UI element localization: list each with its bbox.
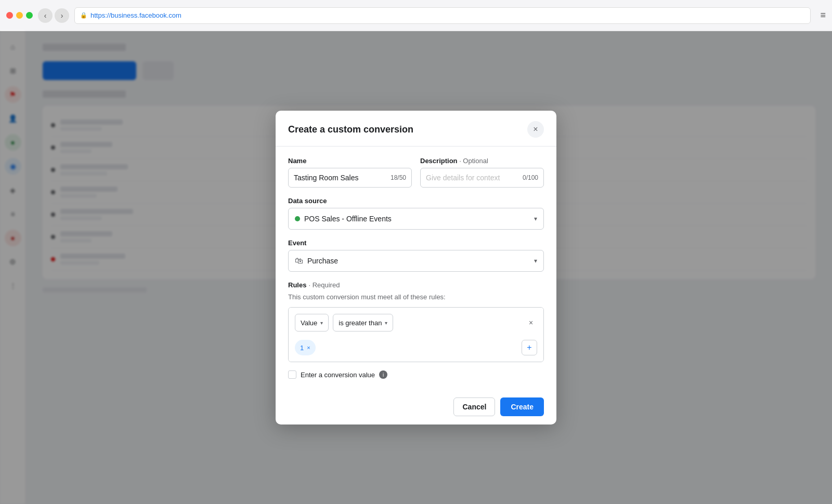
rule-add-value-button[interactable]: + [522,340,537,355]
browser-chrome: ‹ › 🔒 https://business.facebook.com ≡ [0,0,832,31]
rule-operator-chevron-down-icon: ▾ [385,320,387,326]
address-bar[interactable]: 🔒 https://business.facebook.com [74,7,811,24]
rule-value-tag: 1 × [295,340,316,355]
rule-remove-button[interactable]: × [525,316,537,329]
event-label: Event [288,239,544,247]
rules-value-row: 1 × + [289,336,543,362]
description-group: Description · Optional Give details for … [420,157,544,188]
rule-value-text: 1 [300,344,304,352]
modal-footer: Cancel Create [276,389,556,425]
rules-top-row: Value ▾ is greater than ▾ × [289,308,543,336]
name-value: Tasting Room Sales [294,174,359,182]
forward-button[interactable]: › [55,8,69,23]
shopping-bag-icon: 🛍 [295,256,303,266]
nav-buttons: ‹ › [38,8,69,23]
conversion-value-checkbox[interactable] [288,370,296,379]
modal-overlay: Create a custom conversion × Name Tastin… [0,31,832,504]
name-input-wrapper[interactable]: Tasting Room Sales 18/50 [288,168,412,188]
description-label: Description · Optional [420,157,544,165]
rule-field-dropdown[interactable]: Value ▾ [295,314,329,331]
event-dropdown[interactable]: 🛍 Purchase ▾ [288,250,544,272]
modal-title: Create a custom conversion [288,124,413,135]
data-source-label: Data source [288,197,544,205]
conversion-value-row: Enter a conversion value i [288,370,544,379]
create-custom-conversion-modal: Create a custom conversion × Name Tastin… [276,111,556,425]
rules-box: Value ▾ is greater than ▾ × 1 × [288,307,544,362]
cancel-button[interactable]: Cancel [453,397,495,416]
modal-body: Name Tasting Room Sales 18/50 Descriptio… [276,147,556,389]
data-source-value: POS Sales - Offline Events [304,215,392,223]
modal-header: Create a custom conversion × [276,111,556,147]
maximize-window-button[interactable] [26,12,33,19]
minimize-window-button[interactable] [16,12,23,19]
rules-label: Rules [288,281,306,289]
rule-value-remove-button[interactable]: × [307,344,310,351]
rule-operator-label: is greater than [339,319,382,327]
event-group: Event 🛍 Purchase ▾ [288,239,544,272]
data-source-group: Data source POS Sales - Offline Events ▾ [288,197,544,230]
name-label: Name [288,157,412,165]
data-source-dropdown-left: POS Sales - Offline Events [295,215,392,223]
name-group: Name Tasting Room Sales 18/50 [288,157,412,188]
rules-section: Rules · Required This custom conversion … [288,281,544,362]
rule-field-label: Value [301,319,317,327]
create-button[interactable]: Create [500,397,544,416]
description-char-count: 0/100 [523,174,538,181]
conversion-value-label: Enter a conversion value [301,371,375,379]
rule-field-chevron-down-icon: ▾ [320,320,323,326]
description-optional: · Optional [459,157,488,165]
description-placeholder: Give details for context [426,174,500,182]
url-text: https://business.facebook.com [90,11,181,19]
rules-required-label: · Required [308,281,340,289]
event-dropdown-left: 🛍 Purchase [295,256,338,266]
event-value: Purchase [307,257,338,265]
modal-close-button[interactable]: × [527,121,544,138]
browser-menu-icon[interactable]: ≡ [820,10,826,21]
name-description-row: Name Tasting Room Sales 18/50 Descriptio… [288,157,544,188]
back-button[interactable]: ‹ [38,8,53,23]
traffic-lights [6,12,33,19]
rules-sublabel: This custom conversion must meet all of … [288,293,544,301]
conversion-value-info-icon[interactable]: i [379,370,387,379]
lock-icon: 🔒 [80,12,87,19]
description-input-wrapper[interactable]: Give details for context 0/100 [420,168,544,188]
name-char-count: 18/50 [391,174,406,181]
data-source-status-dot [295,216,300,221]
data-source-dropdown[interactable]: POS Sales - Offline Events ▾ [288,208,544,230]
rule-operator-dropdown[interactable]: is greater than ▾ [333,314,393,331]
close-window-button[interactable] [6,12,13,19]
event-chevron-down-icon: ▾ [534,257,537,264]
data-source-chevron-down-icon: ▾ [534,215,537,222]
